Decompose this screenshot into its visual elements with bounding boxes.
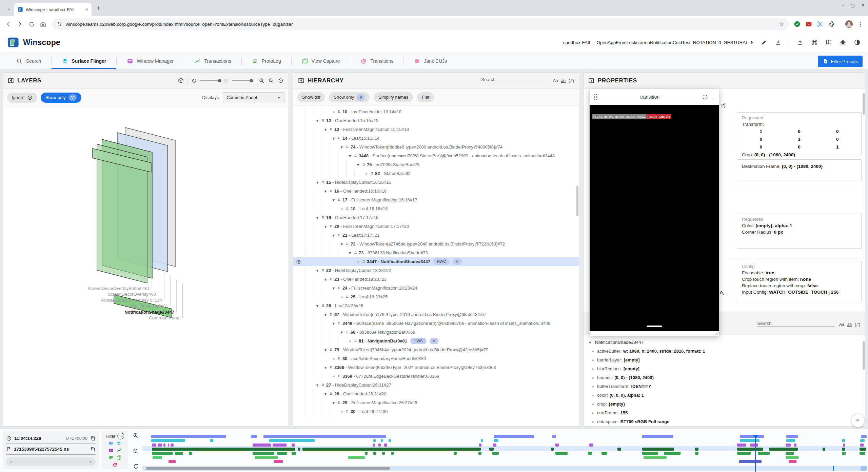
expand-arrow-icon[interactable]: ▼ [314, 266, 321, 275]
surface-flinger-track-segment[interactable] [786, 439, 795, 442]
protolog-track-segment[interactable] [842, 452, 846, 455]
tree-row[interactable]: ▼3448 - Surface(name=ed70f88 StatusBar)/… [293, 152, 579, 160]
tree-row[interactable]: 81 - NavigationBar0#81HWCV [293, 337, 579, 346]
visibility-eye-icon[interactable] [296, 259, 302, 265]
layer-label[interactable]: PointerLocation - display 0#134 [100, 298, 162, 303]
window-manager-track-segment[interactable] [493, 444, 497, 447]
screen-recording-track-segment[interactable] [494, 435, 534, 438]
window-manager-track-segment[interactable] [860, 444, 864, 447]
transactions-track-segment[interactable] [489, 448, 494, 451]
tree-row[interactable]: ▼29 - FullscreenMagnification:26:27#29 [293, 398, 579, 407]
drag-handle-icon[interactable] [594, 94, 597, 100]
show-only-v-button[interactable]: Show only V [41, 93, 81, 103]
layer-label[interactable]: ScreenDecorOverlay#60 [108, 292, 156, 297]
transactions-track-segment[interactable] [823, 448, 826, 451]
protolog-track-segment[interactable] [454, 452, 457, 455]
tree-row[interactable]: ▼20 - FullscreenMagnification:17:17#20 [293, 222, 579, 231]
report-bug-icon[interactable] [840, 39, 846, 46]
expand-arrow-icon[interactable]: ▼ [322, 363, 329, 372]
previous-frame-button[interactable]: ‹ [10, 459, 12, 465]
tree-row[interactable]: 18 - Leaf:16:16#18 [293, 204, 579, 213]
expand-arrow-icon[interactable]: ▼ [314, 381, 321, 390]
tree-row[interactable]: ▼13 - FullscreenMagnification:15:15#13 [293, 125, 579, 134]
protolog-track-segment[interactable] [189, 452, 193, 455]
screen-recording-track-segment[interactable] [861, 435, 867, 438]
surface-flinger-track-segment[interactable] [389, 439, 391, 442]
transactions-track-segment[interactable] [152, 448, 295, 451]
match-word-icon[interactable]: ab [561, 78, 566, 83]
tree-row[interactable]: ▼75 - ed70f88 StatusBar#75 [293, 160, 579, 169]
window-manager-track-segment[interactable] [384, 444, 387, 447]
profile-avatar[interactable] [845, 20, 853, 28]
window-manager-track-segment[interactable] [158, 444, 162, 447]
window-manager-track-segment[interactable] [163, 444, 165, 447]
copy-icon[interactable] [90, 436, 96, 441]
tree-row[interactable]: ▼22 - HideDisplayCutout:18:23#22 [293, 266, 579, 275]
surface-flinger-track-segment[interactable] [494, 439, 498, 442]
tree-row[interactable]: ▼67 - WindowToken{e5176f9 type=2019 andr… [293, 310, 579, 319]
spacing-icon[interactable] [223, 78, 229, 83]
expand-arrow-icon[interactable]: ▼ [338, 143, 346, 152]
displays-select[interactable]: Common Panel ▼ [223, 92, 284, 103]
tab-search-icon[interactable]: ⌄ [4, 3, 14, 13]
download-icon[interactable] [775, 39, 782, 46]
surface-flinger-track-segment[interactable] [373, 439, 375, 442]
protolog-track-segment[interactable] [175, 452, 183, 455]
timeline-zoom-in-icon[interactable] [133, 432, 139, 439]
info-icon[interactable] [702, 94, 708, 100]
transactions-track-segment[interactable] [737, 448, 763, 451]
transactions-track-segment[interactable] [298, 448, 300, 451]
expand-arrow-icon[interactable]: ▼ [354, 160, 362, 169]
reset-view-icon[interactable] [278, 78, 284, 84]
window-manager-track-segment[interactable] [292, 444, 295, 447]
transactions-track-segment[interactable] [642, 448, 674, 451]
timeline-tracks[interactable] [142, 435, 867, 467]
layer-label[interactable]: Common Panel [149, 315, 180, 320]
screen-recording-track-segment[interactable] [740, 435, 764, 438]
regex-icon[interactable]: (.*) [855, 322, 860, 327]
screen-recording-track-segment[interactable] [552, 435, 556, 438]
reload-icon[interactable] [26, 18, 37, 30]
upload-icon[interactable] [797, 39, 804, 46]
tree-row[interactable]: ▼14 - Leaf:15:15#14 [293, 134, 579, 143]
protolog-track-segment[interactable] [860, 452, 865, 455]
trace-tab-jank-cujs[interactable]: Jank CUJs [404, 53, 457, 69]
transactions-track-segment[interactable] [695, 448, 699, 451]
timeline-zoom-reset-icon[interactable] [133, 463, 139, 470]
window-manager-track-segment[interactable] [589, 444, 593, 447]
show-diff-button[interactable]: Show diff [297, 92, 325, 102]
tree-row[interactable]: ▼17 - FullscreenMagnification:16:16#17 [293, 196, 579, 204]
property-tree-row[interactable]: crop:{empty} [588, 400, 865, 409]
zoom-out-icon[interactable] [268, 78, 274, 84]
transactions-icon[interactable] [116, 448, 121, 453]
protolog-track-segment[interactable] [253, 452, 274, 455]
extension-scissors-icon[interactable] [817, 21, 824, 27]
protolog-track-segment[interactable] [292, 452, 296, 455]
expand-arrow-icon[interactable]: ▼ [314, 116, 321, 125]
window-manager-track-segment[interactable] [794, 444, 796, 447]
transactions-track-segment[interactable] [860, 448, 866, 451]
filter-presets-button[interactable]: Filter Presets [818, 56, 863, 67]
tree-row[interactable]: 82 - StatusBar#82 [293, 169, 579, 178]
tree-row[interactable]: ▼15 - HideDisplayCutout:16:16#15 [293, 178, 579, 187]
nanosecond-field[interactable]: 1715339054227572545 ns [6, 444, 96, 455]
transitions-track-segment[interactable] [274, 460, 283, 463]
protolog-track-segment[interactable] [373, 452, 376, 455]
show-only-button[interactable]: Show onlyV [329, 92, 370, 102]
collapse-filter-icon[interactable] [117, 433, 124, 439]
expand-arrow-icon[interactable]: ▼ [322, 275, 329, 284]
tree-row[interactable]: ▼21 - Leaf:17:17#21 [293, 231, 579, 240]
extensions-puzzle-icon[interactable] [828, 21, 835, 27]
protolog-track-segment[interactable] [382, 452, 385, 455]
tree-row[interactable]: ▼3368 - WindowToken{f6b2f60 type=2024 an… [293, 363, 579, 372]
collapse-panel-icon[interactable] [8, 78, 14, 84]
edit-file-icon[interactable] [761, 39, 767, 46]
property-tree-row[interactable]: dataspace:BT709 sRGB Full range [588, 417, 865, 426]
properties-scrollbar[interactable] [863, 93, 865, 115]
transactions-track-segment[interactable] [551, 448, 554, 451]
hierarchy-scrollbar[interactable] [576, 186, 578, 216]
home-icon[interactable] [37, 18, 49, 30]
expand-arrow-icon[interactable]: ▼ [330, 231, 337, 240]
screen-recording-track-segment[interactable] [642, 435, 673, 438]
rotation-slider[interactable] [200, 80, 220, 81]
